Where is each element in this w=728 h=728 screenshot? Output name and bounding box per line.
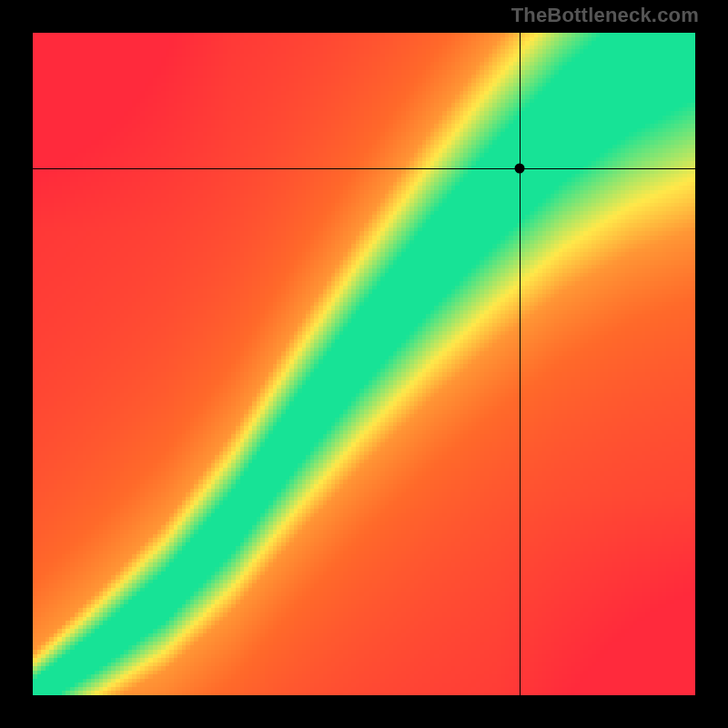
marker-point — [515, 164, 525, 174]
heatmap-canvas — [33, 33, 695, 695]
plot-area — [33, 33, 695, 695]
watermark-text: TheBottleneck.com — [511, 4, 699, 27]
crosshair-vertical — [520, 33, 521, 695]
chart-frame: TheBottleneck.com — [0, 0, 728, 728]
crosshair-horizontal — [33, 168, 695, 169]
